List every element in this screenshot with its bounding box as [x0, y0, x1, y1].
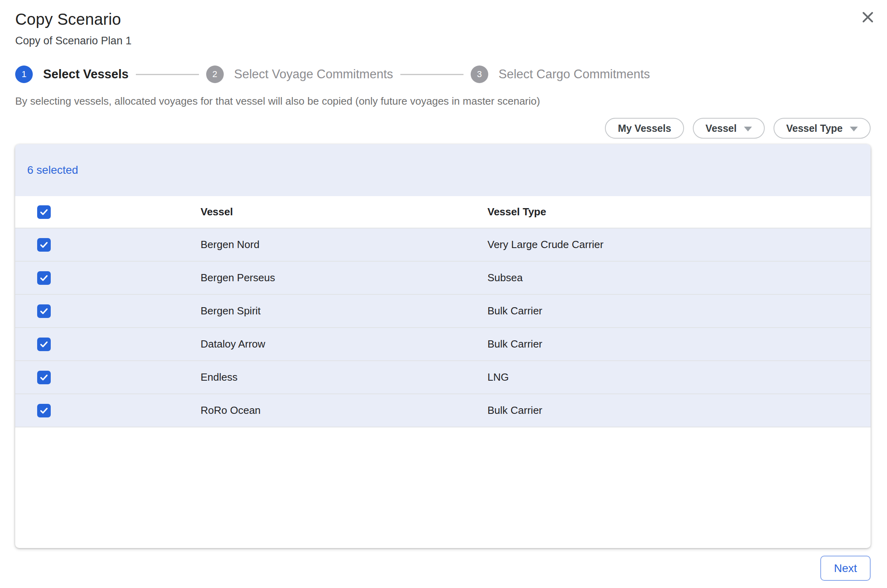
- table-row[interactable]: EndlessLNG: [15, 361, 871, 394]
- row-checkbox[interactable]: [37, 238, 51, 252]
- step-number-badge: 2: [206, 66, 224, 83]
- vessel-cell: Bergen Nord: [201, 238, 487, 251]
- selection-toolbar: 6 selected: [15, 144, 871, 196]
- vessel-type-cell: LNG: [487, 371, 871, 383]
- step-label: Select Voyage Commitments: [234, 67, 393, 81]
- check-icon: [39, 406, 49, 415]
- chevron-down-icon: [744, 127, 752, 131]
- vessel-cell: Bergen Spirit: [201, 305, 487, 317]
- table-body: Bergen NordVery Large Crude CarrierBerge…: [15, 228, 871, 427]
- vessel-table-card: 6 selected Vessel Vessel Type Bergen Nor…: [15, 144, 871, 548]
- next-button[interactable]: Next: [820, 556, 871, 581]
- table-row[interactable]: Bergen PerseusSubsea: [15, 262, 871, 295]
- chip-label: My Vessels: [618, 123, 671, 134]
- filter-chip-row: My VesselsVesselVessel Type: [0, 118, 871, 139]
- row-checkbox[interactable]: [37, 271, 51, 285]
- select-all-checkbox[interactable]: [37, 205, 51, 219]
- check-icon: [39, 340, 49, 349]
- close-icon: [861, 10, 875, 25]
- column-header-vessel: Vessel: [201, 206, 487, 218]
- selected-count-label: 6 selected: [27, 164, 78, 177]
- row-checkbox[interactable]: [37, 371, 51, 384]
- step-number-badge: 3: [471, 66, 488, 83]
- check-icon: [39, 273, 49, 283]
- check-icon: [39, 240, 49, 250]
- filter-chip-my-vessels[interactable]: My Vessels: [605, 118, 684, 139]
- vessel-type-cell: Subsea: [487, 272, 871, 284]
- column-header-vessel-type: Vessel Type: [487, 206, 871, 218]
- table-row[interactable]: Bergen SpiritBulk Carrier: [15, 295, 871, 328]
- step-connector: [136, 74, 199, 75]
- dialog-header: Copy Scenario Copy of Scenario Plan 1: [0, 0, 887, 47]
- vessel-type-cell: Bulk Carrier: [487, 338, 871, 350]
- chip-label: Vessel: [706, 123, 737, 134]
- table-row[interactable]: Dataloy ArrowBulk Carrier: [15, 328, 871, 361]
- filter-chip-vessel-type[interactable]: Vessel Type: [774, 118, 871, 139]
- page-subtitle: Copy of Scenario Plan 1: [15, 35, 887, 47]
- check-icon: [39, 306, 49, 316]
- chevron-down-icon: [850, 127, 858, 131]
- row-checkbox[interactable]: [37, 404, 51, 417]
- table-header-row: Vessel Vessel Type: [15, 196, 871, 228]
- vessel-type-cell: Bulk Carrier: [487, 404, 871, 417]
- check-icon: [39, 207, 49, 217]
- page-title: Copy Scenario: [15, 10, 887, 28]
- vessel-type-cell: Bulk Carrier: [487, 305, 871, 317]
- step-label: Select Cargo Commitments: [499, 67, 650, 81]
- table-row[interactable]: RoRo OceanBulk Carrier: [15, 394, 871, 427]
- vessel-cell: Bergen Perseus: [201, 272, 487, 284]
- copy-scenario-dialog: Copy Scenario Copy of Scenario Plan 1 1S…: [0, 0, 887, 588]
- close-button[interactable]: [859, 9, 877, 26]
- filter-chip-vessel[interactable]: Vessel: [693, 118, 765, 139]
- step-number-badge: 1: [15, 66, 33, 83]
- stepper: 1Select Vessels2Select Voyage Commitment…: [15, 66, 887, 83]
- row-checkbox[interactable]: [37, 338, 51, 351]
- chip-label: Vessel Type: [786, 123, 843, 134]
- vessel-cell: Dataloy Arrow: [201, 338, 487, 350]
- dialog-footer: Next: [0, 556, 871, 581]
- vessel-cell: RoRo Ocean: [201, 404, 487, 417]
- helper-text: By selecting vessels, allocated voyages …: [15, 95, 887, 107]
- step-2[interactable]: 2Select Voyage Commitments: [206, 66, 393, 83]
- row-checkbox[interactable]: [37, 304, 51, 318]
- step-label: Select Vessels: [43, 67, 129, 81]
- step-1[interactable]: 1Select Vessels: [15, 66, 129, 83]
- step-connector: [400, 74, 463, 75]
- vessel-type-cell: Very Large Crude Carrier: [487, 238, 871, 251]
- step-3[interactable]: 3Select Cargo Commitments: [471, 66, 650, 83]
- table-row[interactable]: Bergen NordVery Large Crude Carrier: [15, 228, 871, 262]
- vessel-cell: Endless: [201, 371, 487, 383]
- check-icon: [39, 373, 49, 382]
